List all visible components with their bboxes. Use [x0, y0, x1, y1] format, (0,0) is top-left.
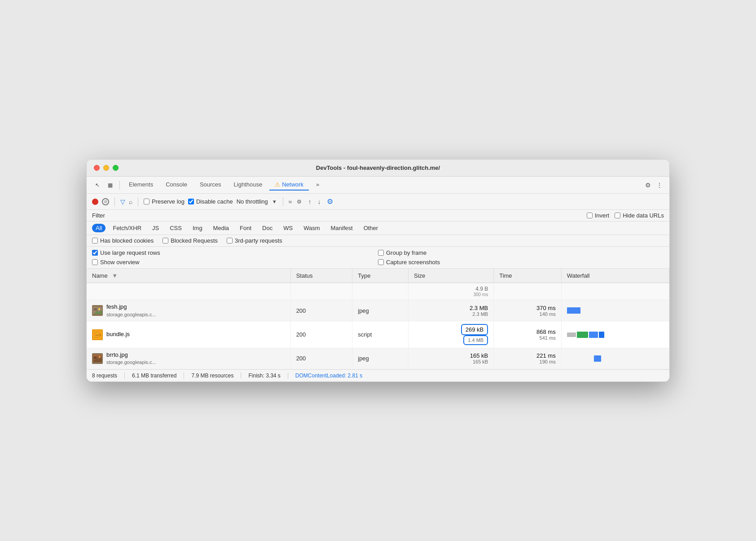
scrolled-status [290, 283, 352, 300]
filter-img[interactable]: Img [189, 224, 206, 232]
name-text: fesh.jpg storage.googleapis.c... [106, 303, 156, 318]
network-table: Name ▼ Status Type Size Time Waterfall [87, 269, 669, 369]
name-text: bundle.js [106, 330, 130, 338]
maximize-button[interactable] [113, 165, 119, 171]
tab-elements[interactable]: Elements [123, 179, 158, 191]
hide-data-urls-input[interactable] [615, 213, 620, 218]
inspect-element-btn[interactable]: ↖ [92, 180, 103, 190]
third-party-input[interactable] [227, 238, 233, 244]
large-rows-checkbox[interactable]: Use large request rows [92, 249, 378, 256]
scrolled-time [494, 283, 561, 300]
resources-size: 7.9 MB resources [191, 372, 241, 379]
time-cell: 221 ms 190 ms [499, 352, 555, 364]
filter-js[interactable]: JS [149, 224, 163, 232]
network-toolbar: ⊘ ▽ ⌕ Preserve log Disable cache No thro… [87, 194, 669, 210]
hide-data-urls-checkbox[interactable]: Hide data URLs [615, 212, 664, 219]
row3-status: 200 [290, 348, 352, 369]
show-overview-checkbox[interactable]: Show overview [92, 259, 378, 266]
filter-font[interactable]: Font [236, 224, 255, 232]
upload-icon[interactable]: ↑ [307, 197, 312, 207]
tab-network[interactable]: ⚠Network [269, 179, 309, 191]
svg-rect-11 [93, 355, 102, 356]
waterfall-bar [567, 331, 664, 338]
toolbar-separator [119, 181, 120, 190]
filter-wasm[interactable]: Wasm [300, 224, 323, 232]
more-btn[interactable]: ⋮ [655, 180, 664, 190]
close-button[interactable] [94, 165, 100, 171]
waterfall-blue-dark [599, 332, 604, 338]
col-status[interactable]: Status [290, 269, 352, 283]
filter-bar: Filter Invert Hide data URLs [87, 210, 669, 222]
col-time[interactable]: Time [494, 269, 561, 283]
filter-all[interactable]: All [92, 224, 105, 232]
scrolled-name [87, 283, 290, 300]
filter-css[interactable]: CSS [166, 224, 185, 232]
waterfall-bar [567, 307, 664, 314]
table-row[interactable]: </> bundle.js 200 script [87, 321, 669, 348]
no-throttling-label: No throttling [237, 198, 268, 205]
capture-screenshots-checkbox[interactable]: Capture screenshots [378, 259, 664, 266]
third-party-checkbox[interactable]: 3rd-party requests [227, 237, 282, 244]
invert-input[interactable] [587, 213, 593, 218]
col-waterfall[interactable]: Waterfall [561, 269, 669, 283]
throttle-dropdown[interactable]: ▾ [272, 197, 277, 206]
blocked-requests-input[interactable] [163, 238, 168, 244]
waterfall-blue [594, 355, 601, 362]
col-type[interactable]: Type [352, 269, 409, 283]
preserve-log-checkbox[interactable]: Preserve log [144, 198, 185, 205]
disable-cache-checkbox[interactable]: Disable cache [188, 198, 233, 205]
row3-name: brrto.jpg storage.googleapis.c... [87, 348, 290, 369]
blocked-cookies-input[interactable] [92, 238, 98, 244]
table-header-row: Name ▼ Status Type Size Time Waterfall [87, 269, 669, 283]
filter-manifest[interactable]: Manifest [327, 224, 356, 232]
sep3 [283, 197, 283, 206]
settings-btn[interactable]: ⚙ [644, 180, 652, 190]
group-by-frame-input[interactable] [378, 250, 384, 256]
group-by-frame-checkbox[interactable]: Group by frame [378, 249, 664, 256]
devtools-window: DevTools - foul-heavenly-direction.glitc… [86, 159, 670, 381]
svg-rect-1 [94, 308, 97, 310]
scrolled-type [352, 283, 409, 300]
tab-console[interactable]: Console [160, 179, 193, 191]
filter-other[interactable]: Other [360, 224, 382, 232]
filter-ws[interactable]: WS [280, 224, 296, 232]
table-row[interactable]: fesh.jpg storage.googleapis.c... 200 jpe… [87, 300, 669, 321]
filter-doc[interactable]: Doc [259, 224, 276, 232]
filter-media[interactable]: Media [210, 224, 233, 232]
preserve-log-input[interactable] [144, 199, 149, 204]
tab-more[interactable]: » [311, 179, 325, 191]
col-name[interactable]: Name ▼ [87, 269, 290, 283]
disable-cache-input[interactable] [188, 199, 194, 204]
scrolled-size: 4.9 B300 ms [408, 283, 493, 300]
filter-fetch-xhr[interactable]: Fetch/XHR [109, 224, 145, 232]
col-size[interactable]: Size [408, 269, 493, 283]
table-row-scrolled[interactable]: 4.9 B300 ms [87, 283, 669, 300]
tab-sources[interactable]: Sources [194, 179, 227, 191]
record-btn[interactable] [92, 199, 98, 205]
download-icon[interactable]: ↓ [316, 197, 322, 207]
show-overview-input[interactable] [92, 259, 98, 265]
row2-name: </> bundle.js [87, 321, 290, 348]
jpeg-icon [92, 305, 103, 316]
table-row[interactable]: brrto.jpg storage.googleapis.c... 200 jp… [87, 348, 669, 369]
waterfall-blue [589, 332, 598, 338]
clear-btn[interactable]: ⊘ [102, 198, 109, 205]
main-toolbar: ↖ ▦ Elements Console Sources Lighthouse … [87, 177, 669, 194]
invert-checkbox[interactable]: Invert [587, 212, 610, 219]
search-icon: ⌕ [129, 198, 132, 205]
device-toolbar-btn[interactable]: ▦ [105, 180, 116, 190]
row2-type: script [352, 321, 409, 348]
options-bar: Use large request rows Show overview Gro… [87, 247, 669, 269]
capture-screenshots-input[interactable] [378, 259, 384, 265]
minimize-button[interactable] [103, 165, 109, 171]
sep2 [138, 197, 138, 206]
tab-lighthouse[interactable]: Lighthouse [229, 179, 268, 191]
wifi-settings-btn[interactable]: ⚙ [295, 197, 303, 206]
size-highlight: 269 kB [461, 324, 488, 335]
blocked-requests-checkbox[interactable]: Blocked Requests [163, 237, 218, 244]
scrolled-waterfall [561, 283, 669, 300]
network-settings-btn[interactable]: ⚙ [325, 196, 334, 207]
large-rows-input[interactable] [92, 250, 98, 256]
time-cell: 868 ms 541 ms [499, 328, 555, 341]
blocked-cookies-checkbox[interactable]: Has blocked cookies [92, 237, 154, 244]
